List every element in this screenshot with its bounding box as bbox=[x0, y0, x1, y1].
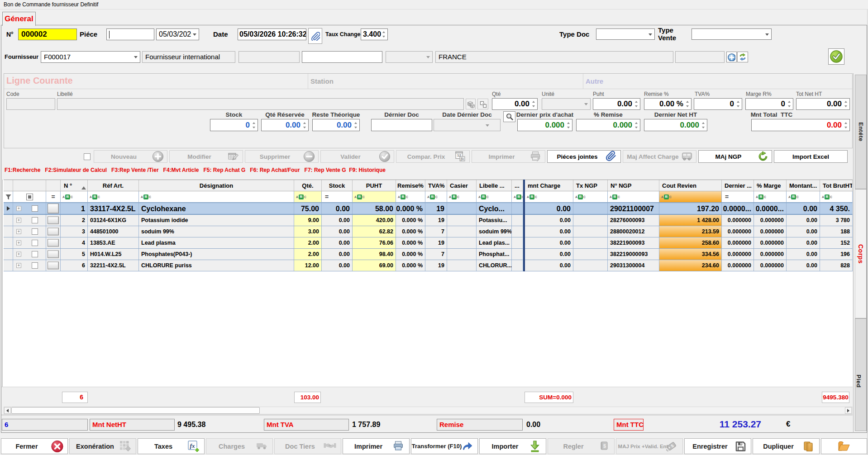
button-folder-open[interactable] bbox=[821, 438, 867, 454]
button-regler[interactable]: Regler$ bbox=[548, 438, 615, 454]
attach-button[interactable] bbox=[308, 28, 322, 44]
spinner-buttons[interactable] bbox=[843, 119, 849, 131]
column-header-mnt_charge[interactable]: mnt Charge bbox=[525, 180, 573, 191]
filter-cell-puht[interactable]: ABC bbox=[353, 191, 396, 202]
spinner-buttons[interactable] bbox=[353, 119, 358, 131]
spinner-buttons[interactable] bbox=[531, 99, 536, 109]
column-header-sel[interactable] bbox=[13, 180, 46, 191]
column-header-libelle[interactable]: Libelle ... bbox=[477, 180, 512, 191]
row-select-cell[interactable]: + bbox=[13, 260, 46, 271]
tva-field[interactable]: 0 bbox=[694, 98, 742, 110]
row-checkbox[interactable] bbox=[32, 205, 38, 212]
date-dernier-doc-combo[interactable] bbox=[434, 119, 501, 131]
column-header-casier[interactable]: Casier bbox=[447, 180, 477, 191]
filter-cell-ngp[interactable]: ABC bbox=[608, 191, 659, 202]
fournisseur-combo[interactable]: F000017 bbox=[41, 51, 140, 63]
qte-reservee-field[interactable]: 0.00 bbox=[261, 119, 309, 131]
column-header-puht[interactable]: PUHT bbox=[353, 180, 396, 191]
row-button[interactable] bbox=[48, 204, 59, 213]
spinner-buttons[interactable] bbox=[634, 119, 639, 131]
row-button[interactable] bbox=[48, 239, 59, 247]
action-import-excel[interactable]: Import Excel bbox=[774, 150, 848, 163]
add-supplier-button[interactable] bbox=[726, 52, 737, 62]
filter-cell-designation[interactable]: ABC bbox=[139, 191, 294, 202]
h-scrollbar-thumb[interactable] bbox=[11, 407, 260, 414]
line-select-checkbox[interactable] bbox=[84, 153, 91, 160]
mnt-total-field[interactable]: 0.00 bbox=[751, 119, 850, 131]
unite-combo[interactable] bbox=[542, 98, 591, 110]
row-select-cell[interactable]: + bbox=[13, 215, 46, 226]
column-header-dernier[interactable]: Dernier ... bbox=[722, 180, 754, 191]
piece-input[interactable] bbox=[106, 28, 154, 40]
filter-cell-ref[interactable]: ABC bbox=[88, 191, 139, 202]
column-header-stock[interactable]: Stock bbox=[322, 180, 353, 191]
remise-pct-field[interactable]: 0.00 % bbox=[644, 98, 692, 110]
filter-cell-tot[interactable]: ABC bbox=[820, 191, 853, 202]
column-header-designation[interactable]: Désignation bbox=[139, 180, 294, 191]
row-select-cell[interactable]: + bbox=[13, 237, 46, 248]
table-row[interactable]: +3448501000soduim 99%3.000.0062.820.000 … bbox=[4, 226, 853, 237]
action-imprimer[interactable]: Imprimer bbox=[472, 150, 545, 163]
expand-icon[interactable]: + bbox=[16, 263, 21, 268]
button-imprimer[interactable]: Imprimer bbox=[343, 438, 410, 454]
spinner-buttons[interactable] bbox=[843, 99, 849, 109]
filter-cell-sel[interactable] bbox=[13, 191, 46, 202]
row-button[interactable] bbox=[48, 228, 59, 236]
button-exoneration[interactable]: Exonération bbox=[69, 438, 136, 454]
puht-field[interactable]: 0.00 bbox=[593, 98, 640, 110]
type-doc-combo[interactable] bbox=[596, 28, 655, 40]
row-button-cell[interactable] bbox=[46, 237, 61, 248]
expand-icon[interactable]: + bbox=[16, 229, 21, 234]
spinner-buttons[interactable] bbox=[634, 99, 639, 109]
table-row[interactable]: +632211-4X2.5LCHLORURE puriss12.000.0069… bbox=[4, 260, 853, 271]
button-transformer-f10[interactable]: Transformer (F10) bbox=[411, 438, 478, 454]
button-dupliquer[interactable]: Dupliquer bbox=[753, 438, 820, 454]
row-button[interactable] bbox=[48, 262, 59, 270]
row-select-cell[interactable]: + bbox=[13, 249, 46, 260]
dernier-doc-field[interactable] bbox=[371, 119, 432, 131]
pct-remise-field[interactable]: 0.000 bbox=[576, 119, 640, 131]
button-doc-tiers[interactable]: Doc Tiers bbox=[274, 438, 341, 454]
qte-field[interactable]: 0.00 bbox=[492, 98, 538, 110]
row-checkbox[interactable] bbox=[32, 228, 38, 235]
column-header-qte[interactable]: Qté. bbox=[294, 180, 322, 191]
filter-cell-cout[interactable]: ABC bbox=[659, 191, 722, 202]
action-valider[interactable]: Valider bbox=[320, 150, 394, 163]
libelle-field[interactable] bbox=[57, 98, 464, 110]
row-checkbox[interactable] bbox=[32, 240, 38, 246]
row-button-cell[interactable] bbox=[46, 226, 61, 237]
column-header-ref[interactable]: Réf Art. bbox=[88, 180, 139, 191]
validate-header-button[interactable] bbox=[828, 48, 844, 65]
piece-date-combo[interactable]: 05/03/2026 bbox=[156, 28, 199, 40]
row-button[interactable] bbox=[48, 217, 59, 224]
fournisseur-extra2-field[interactable] bbox=[302, 51, 382, 63]
row-button[interactable] bbox=[48, 251, 59, 258]
column-header-ind[interactable] bbox=[4, 180, 13, 191]
expand-icon[interactable]: + bbox=[16, 218, 21, 223]
spinner-buttons[interactable] bbox=[685, 99, 690, 109]
spinner-buttons[interactable] bbox=[566, 119, 571, 131]
spinner-buttons[interactable] bbox=[251, 119, 257, 131]
type-vente-combo[interactable] bbox=[692, 28, 772, 40]
expand-icon[interactable]: + bbox=[16, 252, 21, 257]
filter-cell-btn[interactable]: = bbox=[46, 191, 61, 202]
filter-cell-stock[interactable]: = bbox=[322, 191, 353, 202]
column-header-cout[interactable]: Cout Revien bbox=[659, 180, 722, 191]
action-nouveau[interactable]: Nouveau bbox=[94, 150, 167, 163]
filter-cell-mnt_charge[interactable]: ABC bbox=[525, 191, 573, 202]
button-enregistrer[interactable]: Enregistrer bbox=[684, 438, 751, 454]
filter-cell-ind[interactable] bbox=[4, 191, 13, 202]
filter-cell-qte[interactable]: ABC bbox=[294, 191, 322, 202]
search-article-button[interactable] bbox=[503, 111, 515, 122]
spinner-buttons[interactable] bbox=[302, 119, 307, 131]
column-header-n[interactable]: N ° bbox=[61, 180, 88, 191]
code-field[interactable] bbox=[6, 98, 55, 110]
expand-icon[interactable]: + bbox=[16, 206, 21, 211]
action-compar-prix[interactable]: Compar. Prix12fx bbox=[396, 150, 470, 163]
marge-field[interactable]: 0 bbox=[745, 98, 793, 110]
side-tab-pied[interactable]: Pied bbox=[855, 318, 867, 431]
button-importer[interactable]: Importer bbox=[479, 438, 546, 454]
button-maj-prix-valid-ent[interactable]: MAJ Prix +Valid. Ent$ bbox=[616, 438, 683, 454]
row-button-cell[interactable] bbox=[46, 203, 61, 214]
datetime-field[interactable]: 05/03/2026 10:26:32 bbox=[238, 28, 306, 40]
